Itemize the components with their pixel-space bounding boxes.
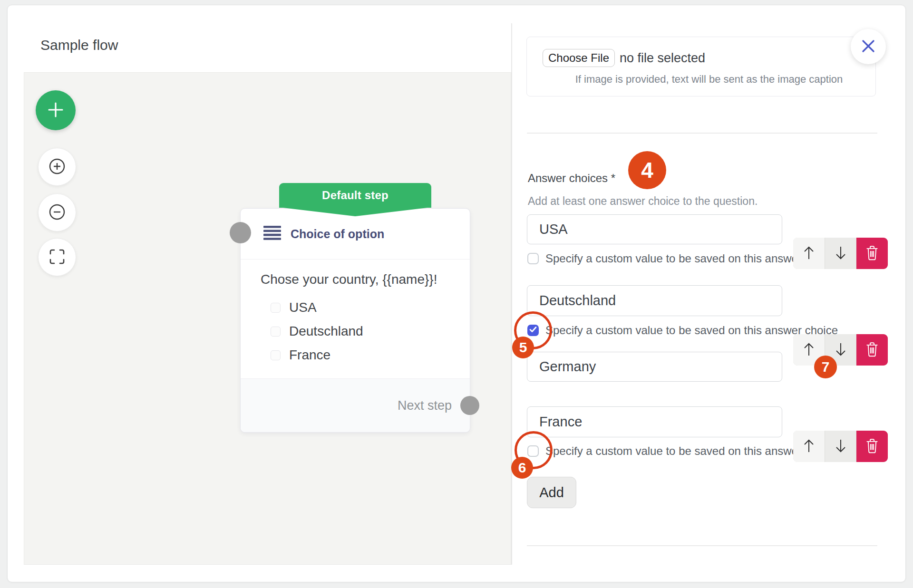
node-option-row: Deutschland xyxy=(261,323,456,339)
answer-choices-helper: Add at least one answer choice to the qu… xyxy=(528,195,758,208)
option-checkbox-icon xyxy=(271,327,281,337)
node-footer: Next step xyxy=(241,378,470,432)
next-step-label: Next step xyxy=(398,398,452,413)
node-type-label: Choice of option xyxy=(291,227,384,241)
option-checkbox-icon xyxy=(271,350,281,360)
arrow-up-icon xyxy=(803,439,815,454)
arrow-up-icon xyxy=(803,342,815,358)
annotation-badge-4: 4 xyxy=(628,151,666,189)
banner-label: Default step xyxy=(322,189,389,202)
custom-value-checkbox[interactable] xyxy=(527,253,539,264)
node-option-row: USA xyxy=(261,299,456,316)
fit-view-button[interactable] xyxy=(38,238,76,276)
add-choice-button[interactable]: Add xyxy=(527,477,576,508)
file-input-row: Choose File no file selected xyxy=(543,49,875,67)
arrow-down-icon xyxy=(835,246,847,261)
node-question-text: Chose your country, {{name}}! xyxy=(261,272,456,287)
arrow-up-icon xyxy=(803,246,815,261)
close-icon xyxy=(860,38,876,56)
list-icon xyxy=(263,226,281,242)
move-down-button[interactable] xyxy=(825,431,857,462)
choice-actions-group xyxy=(793,238,888,269)
panel-divider xyxy=(511,23,512,565)
custom-value-row: Specify a custom value to be saved on th… xyxy=(527,325,838,336)
input-connector-port[interactable] xyxy=(230,222,251,243)
zoom-out-icon xyxy=(47,202,67,223)
option-checkbox-icon xyxy=(271,303,281,313)
answer-choices-title: Answer choices * xyxy=(528,172,615,185)
node-option-row: France xyxy=(261,347,456,363)
section-divider xyxy=(527,545,877,546)
choice-input-deutschland[interactable] xyxy=(527,285,782,316)
trash-icon xyxy=(865,342,879,358)
choice-actions-group xyxy=(793,334,888,366)
annotation-badge-7: 7 xyxy=(814,356,837,378)
arrow-down-icon xyxy=(835,342,847,358)
move-up-button[interactable] xyxy=(793,431,825,462)
flow-builder-screen: Sample flow Default step Choice of optio… xyxy=(0,0,913,588)
delete-choice-button[interactable] xyxy=(856,334,888,366)
annotation-badge-6: 6 xyxy=(511,457,533,479)
page-title: Sample flow xyxy=(40,37,118,53)
option-label: USA xyxy=(289,300,317,315)
trash-icon xyxy=(865,245,879,262)
custom-value-input-germany[interactable] xyxy=(527,352,782,382)
file-status-text: no file selected xyxy=(620,51,705,66)
option-label: Deutschland xyxy=(289,324,363,339)
output-connector-port[interactable] xyxy=(460,396,479,415)
close-panel-button[interactable] xyxy=(851,29,886,64)
zoom-out-button[interactable] xyxy=(38,193,76,231)
banner-notch xyxy=(279,207,431,216)
trash-icon xyxy=(865,438,879,455)
choose-file-button[interactable]: Choose File xyxy=(543,49,615,67)
choice-input-france[interactable] xyxy=(527,406,782,437)
node-header: Choice of option xyxy=(241,209,470,260)
add-step-button[interactable] xyxy=(36,90,76,130)
fullscreen-icon xyxy=(49,248,66,267)
node-body: Chose your country, {{name}}! USA Deutsc… xyxy=(241,260,470,363)
default-step-banner: Default step xyxy=(279,183,431,208)
section-divider xyxy=(527,133,877,134)
option-label: France xyxy=(289,347,330,363)
delete-choice-button[interactable] xyxy=(856,238,888,269)
arrow-down-icon xyxy=(835,439,847,454)
move-down-button[interactable] xyxy=(825,238,857,269)
flow-node-card[interactable]: Choice of option Chose your country, {{n… xyxy=(240,208,470,433)
choice-input-usa[interactable] xyxy=(527,214,782,244)
image-upload-box: Choose File no file selected If image is… xyxy=(526,37,876,96)
zoom-in-button[interactable] xyxy=(38,148,76,186)
annotation-badge-5: 5 xyxy=(512,337,534,358)
custom-value-row: Specify a custom value to be saved on th… xyxy=(527,445,838,457)
zoom-in-icon xyxy=(47,156,67,178)
file-hint-text: If image is provided, text will be sent … xyxy=(543,73,875,86)
move-up-button[interactable] xyxy=(793,238,825,269)
choice-actions-group xyxy=(793,431,888,462)
custom-value-row: Specify a custom value to be saved on th… xyxy=(527,253,838,264)
delete-choice-button[interactable] xyxy=(856,431,888,462)
plus-icon xyxy=(45,99,66,122)
